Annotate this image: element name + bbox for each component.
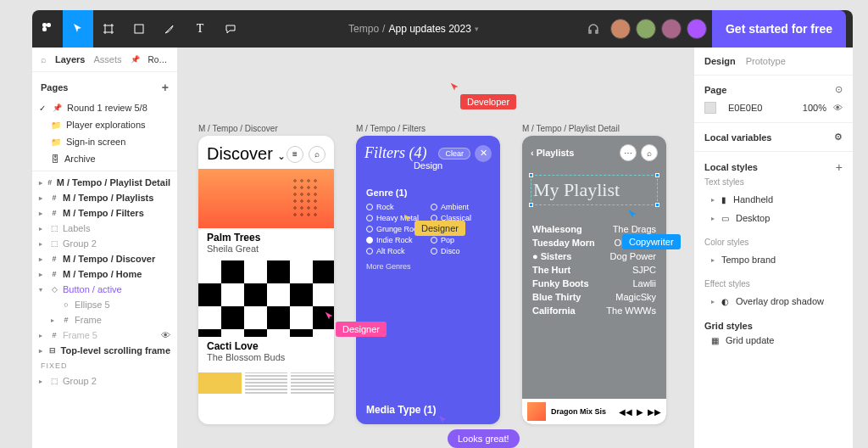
page-archive[interactable]: 🗄Archive <box>32 150 177 167</box>
shape-tool[interactable] <box>124 10 154 48</box>
avatar-4[interactable] <box>687 19 707 39</box>
search-icon[interactable]: ⌕ <box>309 146 326 163</box>
toolbar-right: Get started for free <box>581 10 853 48</box>
cursor-tag-developer: Developer <box>460 94 516 109</box>
frame-label-playlist[interactable]: M / Tempo / Playlist Detail <box>522 124 620 133</box>
style-grid-update[interactable]: ▦Grid update <box>704 331 843 350</box>
avatar-3[interactable] <box>661 19 682 39</box>
bg-hex[interactable]: E0E0E0 <box>728 103 762 113</box>
pinned-page-label[interactable]: Roun… <box>148 55 170 64</box>
move-tool[interactable] <box>63 10 93 48</box>
artboard-playlist[interactable]: ‹ Playlists ⋯⌕ My Playlist WhalesongThe … <box>522 136 666 424</box>
layer-ellipse5[interactable]: ○Ellipse 5 <box>32 297 177 312</box>
track-list: WhalesongThe Drags Tuesday MornOHYEAH! S… <box>522 210 666 317</box>
track-row[interactable]: CaliforniaThe WWWs <box>532 304 656 317</box>
prev-icon[interactable]: ◀◀ <box>619 407 632 417</box>
headphones-icon[interactable] <box>581 10 605 48</box>
tab-layers[interactable]: Layers <box>55 54 85 64</box>
layer-discover[interactable]: ▸#M / Tempo / Discover <box>32 251 177 266</box>
project-name: Tempo <box>348 23 379 35</box>
style-overlay-shadow[interactable]: ▸◐Overlay drop shadow <box>704 292 843 311</box>
track-row[interactable]: SistersDog Power <box>532 249 656 263</box>
fixed-label: FIXED <box>32 358 177 373</box>
layer-filters[interactable]: ▸#M / Tempo / Filters <box>32 205 177 221</box>
text-styles-label: Text styles <box>704 174 843 190</box>
more-icon[interactable]: ⋯ <box>620 144 637 161</box>
tab-prototype[interactable]: Prototype <box>746 56 786 66</box>
top-toolbar: T Tempo / App updates 2023 ▾ Get started… <box>32 10 853 48</box>
layer-frame[interactable]: ▸#Frame <box>32 312 177 328</box>
add-style-button[interactable]: + <box>836 160 843 174</box>
canvas[interactable]: M / Tempo / Discover M / Tempo / Filters… <box>178 48 693 448</box>
genre-alt[interactable]: Alt Rock <box>366 247 426 255</box>
layer-button-active[interactable]: ▾◇Button / active <box>32 282 177 297</box>
add-page-button[interactable]: + <box>162 81 169 94</box>
left-tabs: ⌕ Layers Assets 📌 Roun… <box>32 48 177 72</box>
layer-scroll-frame[interactable]: ▸⊟Top-level scrolling frame <box>32 343 177 358</box>
genre-disco[interactable]: Disco <box>431 247 490 255</box>
genre-pop[interactable]: Pop <box>431 236 490 244</box>
document-title[interactable]: Tempo / App updates 2023 ▾ <box>246 23 581 35</box>
back-button[interactable]: ‹ Playlists <box>531 148 574 158</box>
style-desktop[interactable]: ▸▭Desktop <box>704 209 843 227</box>
svg-rect-0 <box>42 23 47 27</box>
visibility-icon[interactable]: 👁 <box>833 103 843 113</box>
page-section-label: Page <box>704 85 726 95</box>
style-handheld[interactable]: ▸▮Handheld <box>704 190 843 209</box>
tab-design[interactable]: Design <box>704 56 736 66</box>
frame-label-discover[interactable]: M / Tempo / Discover <box>198 124 278 133</box>
clear-button[interactable]: Clear <box>438 148 470 160</box>
comment-tool[interactable] <box>215 10 246 48</box>
cursor-designer <box>403 213 415 228</box>
svg-rect-3 <box>135 25 143 33</box>
layer-labels[interactable]: ▸⬚Labels <box>32 221 177 236</box>
cursor-tag-designer2: Designer <box>336 322 387 337</box>
track-row[interactable]: The HurtSJPC <box>532 263 656 277</box>
close-icon[interactable]: ✕ <box>475 145 492 162</box>
frame-label-filters[interactable]: M / Tempo / Filters <box>356 124 426 133</box>
artboard-discover[interactable]: Discover ⌄ ≡⌕ Palm Trees Sheila Great Ca… <box>198 136 334 424</box>
search-icon[interactable]: ⌕ <box>641 144 658 161</box>
page-signin[interactable]: 📁Sign-in screen <box>32 133 177 150</box>
artboard-filters[interactable]: Filters (4) Clear ✕ Design Genre (1) Roc… <box>356 136 500 424</box>
avatar-1[interactable] <box>610 19 631 39</box>
pen-tool[interactable] <box>154 10 185 48</box>
text-tool[interactable]: T <box>185 10 215 48</box>
svg-rect-1 <box>42 27 47 31</box>
layer-playlist-detail[interactable]: ▸#M / Tempo / Playlist Detail <box>32 175 177 190</box>
tab-assets[interactable]: Assets <box>93 54 121 64</box>
play-icon[interactable]: ▶ <box>637 407 643 417</box>
frame-tool[interactable] <box>93 10 124 48</box>
track-row[interactable]: Blue ThirtyMagicSky <box>532 290 656 304</box>
playlist-title-selected[interactable]: My Playlist <box>531 175 658 205</box>
page-player-explorations[interactable]: 📁Player explorations <box>32 116 177 133</box>
settings-icon[interactable]: ⊙ <box>835 84 843 95</box>
style-tempo-brand[interactable]: ▸Tempo brand <box>704 250 843 269</box>
track-row[interactable]: Funky BootsLawlii <box>532 277 656 290</box>
page-round1[interactable]: 📌Round 1 review 5/8 <box>32 99 177 116</box>
genre-rock[interactable]: Rock <box>366 203 426 211</box>
layer-group2[interactable]: ▸⬚Group 2 <box>32 236 177 251</box>
song1-artist: Sheila Great <box>207 244 326 254</box>
variables-icon[interactable]: ⚙ <box>834 132 843 143</box>
song2-artist: The Blossom Buds <box>207 352 326 362</box>
bg-opacity[interactable]: 100% <box>803 103 826 113</box>
left-panel: ⌕ Layers Assets 📌 Roun… Pages + 📌Round 1… <box>32 48 178 448</box>
song2-title: Cacti Love <box>207 340 326 352</box>
bg-swatch[interactable] <box>704 102 716 114</box>
genre-indie[interactable]: Indie Rock <box>366 236 426 244</box>
avatar-2[interactable] <box>636 19 656 39</box>
layer-playlists[interactable]: ▸#M / Tempo / Playlists <box>32 190 177 205</box>
layer-frame5[interactable]: ▸#Frame 5👁 <box>32 328 177 343</box>
genre-label: Genre (1) <box>366 188 490 198</box>
cursor-tag-looks-great: Looks great! <box>448 429 520 448</box>
get-started-button[interactable]: Get started for free <box>712 10 846 48</box>
now-playing-bar[interactable]: Dragon Mix Sis ◀◀▶▶▶ <box>522 399 666 424</box>
genre-ambient[interactable]: Ambient <box>431 203 490 211</box>
layer-home[interactable]: ▸#M / Tempo / Home <box>32 266 177 282</box>
filter-icon[interactable]: ≡ <box>287 146 303 163</box>
layer-group2b[interactable]: ▸⬚Group 2 <box>32 373 177 389</box>
more-genres[interactable]: More Genres <box>366 262 490 271</box>
figma-menu-button[interactable] <box>32 10 63 48</box>
next-icon[interactable]: ▶▶ <box>648 407 661 417</box>
